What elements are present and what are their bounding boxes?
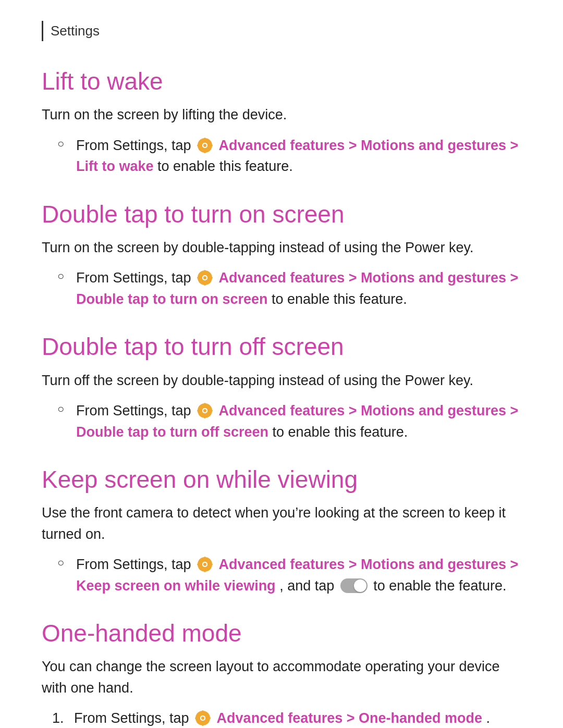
- svg-point-35: [203, 409, 206, 412]
- gear-icon: [197, 556, 213, 573]
- svg-rect-2: [204, 138, 206, 140]
- svg-rect-5: [210, 144, 213, 146]
- svg-rect-14: [204, 270, 206, 273]
- ordered-list-one-handed: 1. From Settings, tap Advanced: [52, 708, 521, 728]
- bullet-list-double-tap-on: From Settings, tap Advanced features: [57, 267, 521, 310]
- bullet-list-double-tap-off: From Settings, tap Advanced features: [57, 400, 521, 442]
- section-desc-double-tap-on: Turn on the screen by double-tapping ins…: [42, 237, 521, 258]
- gear-icon: [197, 402, 213, 419]
- section-desc-one-handed-mode: You can change the screen layout to acco…: [42, 656, 521, 698]
- svg-rect-29: [210, 410, 213, 411]
- svg-rect-41: [210, 564, 213, 565]
- header-label: Settings: [51, 23, 100, 39]
- list-item: 1. From Settings, tap Advanced: [52, 708, 521, 728]
- svg-point-59: [201, 717, 204, 720]
- section-one-handed-mode: One-handed mode You can change the scree…: [42, 619, 521, 728]
- svg-rect-4: [197, 144, 200, 146]
- list-item: From Settings, tap Advanced features: [57, 135, 521, 177]
- svg-rect-17: [210, 277, 213, 279]
- svg-rect-26: [204, 403, 206, 405]
- section-title-lift-to-wake: Lift to wake: [42, 67, 521, 96]
- section-desc-double-tap-off: Turn off the screen by double-tapping in…: [42, 370, 521, 391]
- section-lift-to-wake: Lift to wake Turn on the screen by lifti…: [42, 67, 521, 177]
- section-title-double-tap-on: Double tap to turn on screen: [42, 200, 521, 229]
- svg-rect-28: [197, 410, 200, 411]
- svg-rect-38: [204, 557, 206, 559]
- svg-rect-16: [197, 277, 200, 279]
- svg-rect-3: [204, 151, 206, 153]
- page-header: Settings: [42, 21, 521, 41]
- gear-icon: [197, 269, 213, 286]
- list-item: From Settings, tap Advanced features: [57, 267, 521, 310]
- svg-point-11: [203, 144, 206, 147]
- bullet-list-lift-to-wake: From Settings, tap Advanced features: [57, 135, 521, 177]
- section-double-tap-on: Double tap to turn on screen Turn on the…: [42, 200, 521, 310]
- section-desc-lift-to-wake: Turn on the screen by lifting the device…: [42, 104, 521, 126]
- svg-rect-51: [202, 723, 204, 726]
- list-item: From Settings, tap Advanced features: [57, 400, 521, 442]
- svg-point-47: [203, 563, 206, 566]
- gear-icon: [197, 137, 213, 154]
- bullet-list-keep-screen-on: From Settings, tap Advanced features: [57, 554, 521, 596]
- svg-rect-15: [204, 283, 206, 286]
- section-desc-keep-screen-on: Use the front camera to detect when you’…: [42, 502, 521, 545]
- svg-rect-53: [208, 718, 211, 719]
- svg-rect-52: [195, 718, 198, 719]
- svg-rect-50: [202, 710, 204, 713]
- toggle-icon: [340, 578, 368, 593]
- list-item: From Settings, tap Advanced features: [57, 554, 521, 596]
- gear-icon: [194, 710, 211, 726]
- svg-rect-40: [197, 564, 200, 565]
- section-title-keep-screen-on: Keep screen on while viewing: [42, 465, 521, 494]
- section-keep-screen-on: Keep screen on while viewing Use the fro…: [42, 465, 521, 596]
- svg-point-23: [203, 276, 206, 279]
- section-double-tap-off: Double tap to turn off screen Turn off t…: [42, 332, 521, 442]
- section-title-one-handed-mode: One-handed mode: [42, 619, 521, 648]
- svg-rect-27: [204, 416, 206, 418]
- svg-rect-39: [204, 570, 206, 572]
- section-title-double-tap-off: Double tap to turn off screen: [42, 332, 521, 361]
